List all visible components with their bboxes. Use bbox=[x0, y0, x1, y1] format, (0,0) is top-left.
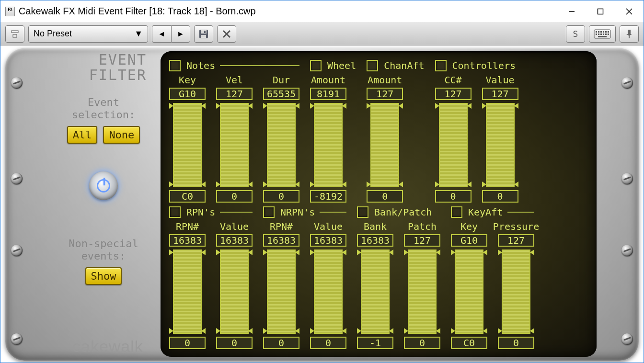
slider-handle-icon bbox=[295, 328, 299, 334]
slider-max-value[interactable]: 8191 bbox=[310, 88, 346, 100]
slider-min-value[interactable]: C0 bbox=[169, 190, 206, 203]
slider-min-value[interactable]: -8192 bbox=[310, 190, 346, 203]
preset-prev-button[interactable]: ◄ bbox=[152, 25, 171, 43]
range-slider[interactable] bbox=[220, 103, 249, 187]
select-all-button[interactable]: All bbox=[67, 126, 98, 144]
slider-max-value[interactable]: 16383 bbox=[310, 234, 346, 247]
preset-select-label: No Preset bbox=[34, 29, 72, 39]
slider-label: Value bbox=[485, 74, 514, 86]
plugin-menu-button[interactable] bbox=[5, 25, 24, 43]
power-button[interactable] bbox=[89, 171, 118, 200]
minimize-button[interactable] bbox=[557, 2, 586, 21]
slider-min-value[interactable]: 0 bbox=[404, 337, 440, 349]
group-bankpatch: Bank/PatchBank16383-1Patch1270 bbox=[357, 205, 440, 349]
range-slider[interactable] bbox=[361, 250, 390, 334]
group-checkbox[interactable] bbox=[451, 206, 462, 218]
slider-handle-icon bbox=[310, 103, 314, 109]
slider-max-value[interactable]: 16383 bbox=[216, 234, 253, 247]
slider-min-value[interactable]: 0 bbox=[169, 337, 206, 349]
slider-min-value[interactable]: 0 bbox=[435, 190, 472, 203]
svg-rect-4 bbox=[12, 31, 18, 33]
s-button[interactable]: S bbox=[566, 25, 585, 43]
slider-min-value[interactable]: -1 bbox=[357, 337, 393, 349]
group-label: Bank/Patch bbox=[374, 206, 432, 218]
slider-min-value[interactable]: 0 bbox=[367, 190, 403, 203]
slider-min-value[interactable]: 0 bbox=[216, 337, 253, 349]
slider-max-value[interactable]: 65535 bbox=[263, 88, 299, 100]
range-slider[interactable] bbox=[455, 250, 483, 334]
group-label: Notes bbox=[186, 60, 215, 71]
group-checkbox[interactable] bbox=[367, 60, 378, 71]
range-slider[interactable] bbox=[502, 250, 530, 334]
show-button[interactable]: Show bbox=[85, 267, 122, 285]
slider-handle-icon bbox=[295, 103, 299, 109]
slider-handle-icon bbox=[530, 250, 534, 255]
slider-handle-icon bbox=[342, 103, 346, 109]
slider-min-value[interactable]: 0 bbox=[263, 337, 299, 349]
slider-min-value[interactable]: 0 bbox=[263, 190, 299, 203]
group-checkbox[interactable] bbox=[435, 60, 447, 71]
save-preset-button[interactable] bbox=[194, 25, 213, 43]
slider-max-value[interactable]: 127 bbox=[367, 88, 403, 100]
group-checkbox[interactable] bbox=[357, 206, 368, 218]
slider-max-value[interactable]: 16383 bbox=[263, 234, 299, 247]
non-special-label: Non-special events: bbox=[69, 238, 138, 262]
group-label: Wheel bbox=[327, 60, 356, 71]
range-slider[interactable] bbox=[439, 103, 468, 187]
slider-max-value[interactable]: 127 bbox=[404, 234, 440, 247]
slider-amount: Amount1270 bbox=[367, 74, 403, 203]
range-slider[interactable] bbox=[267, 250, 296, 334]
host-toolbar: No Preset ▼ ◄ ► S bbox=[0, 23, 644, 45]
range-slider[interactable] bbox=[408, 250, 437, 334]
group-checkbox[interactable] bbox=[310, 60, 322, 71]
group-notes: NotesKeyG10C0Vel1270Dur655350 bbox=[169, 59, 299, 203]
range-slider[interactable] bbox=[314, 250, 343, 334]
group-checkbox[interactable] bbox=[169, 60, 181, 71]
range-slider[interactable] bbox=[486, 103, 515, 187]
slider-max-value[interactable]: 127 bbox=[435, 88, 472, 100]
slider-max-value[interactable]: G10 bbox=[451, 234, 487, 247]
slider-max-value[interactable]: 16383 bbox=[357, 234, 393, 247]
group-checkbox[interactable] bbox=[263, 206, 275, 218]
slider-handle-icon bbox=[498, 250, 502, 255]
group-checkbox[interactable] bbox=[169, 206, 181, 218]
preset-next-button[interactable]: ► bbox=[171, 25, 190, 43]
slider-key: KeyG10C0 bbox=[451, 221, 487, 349]
power-icon bbox=[97, 179, 110, 193]
slider-handle-icon bbox=[483, 250, 487, 255]
range-slider[interactable] bbox=[370, 103, 399, 187]
slider-handle-icon bbox=[263, 103, 267, 109]
select-none-button[interactable]: None bbox=[103, 126, 140, 144]
close-button[interactable] bbox=[615, 2, 644, 21]
group-label: Controllers bbox=[452, 60, 516, 71]
slider-max-value[interactable]: G10 bbox=[169, 88, 206, 100]
slider-cc: CC#1270 bbox=[435, 74, 472, 203]
preset-select[interactable]: No Preset ▼ bbox=[28, 25, 148, 43]
slider-max-value[interactable]: 127 bbox=[482, 88, 518, 100]
pin-button[interactable] bbox=[620, 25, 639, 43]
keyboard-button[interactable] bbox=[589, 25, 616, 43]
delete-preset-button[interactable] bbox=[217, 25, 236, 43]
maximize-button[interactable] bbox=[586, 2, 615, 21]
slider-handle-icon bbox=[263, 182, 267, 187]
slider-max-value[interactable]: 127 bbox=[216, 88, 253, 100]
slider-max-value[interactable]: 16383 bbox=[169, 234, 206, 247]
group-rpns: RPN'sRPN#163830Value163830 bbox=[169, 205, 253, 349]
range-slider[interactable] bbox=[267, 103, 296, 187]
slider-max-value[interactable]: 127 bbox=[498, 234, 534, 247]
screw-icon bbox=[621, 77, 633, 89]
slider-min-value[interactable]: 0 bbox=[216, 190, 253, 203]
range-slider[interactable] bbox=[220, 250, 249, 334]
slider-handle-icon bbox=[357, 328, 361, 334]
slider-min-value[interactable]: 0 bbox=[498, 337, 534, 349]
slider-handle-icon bbox=[404, 250, 408, 255]
range-slider[interactable] bbox=[173, 103, 202, 187]
slider-value: Value1270 bbox=[482, 74, 518, 203]
slider-handle-icon bbox=[201, 328, 206, 334]
slider-min-value[interactable]: C0 bbox=[451, 337, 487, 349]
range-slider[interactable] bbox=[314, 103, 343, 187]
range-slider[interactable] bbox=[173, 250, 202, 334]
slider-min-value[interactable]: 0 bbox=[482, 190, 518, 203]
screw-icon bbox=[11, 333, 23, 345]
slider-min-value[interactable]: 0 bbox=[310, 337, 346, 349]
